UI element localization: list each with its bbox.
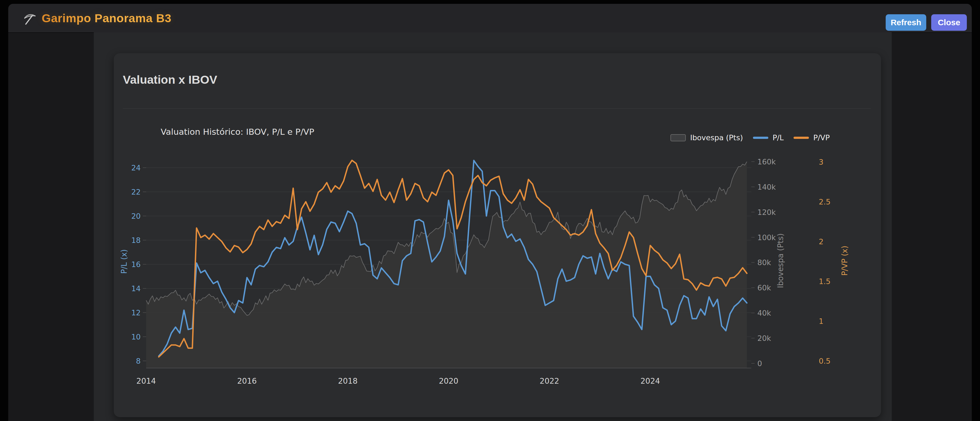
legend-item-pl[interactable]: P/L	[753, 133, 784, 142]
app-title: Garimpo Panorama B3	[42, 4, 171, 32]
legend-label: P/VP	[813, 133, 830, 142]
content-column: Valuation x IBOV Valuation Histórico: IB…	[94, 32, 892, 421]
ibovespa-area-swatch	[670, 134, 686, 141]
chart-legend: Ibovespa (Pts) P/L P/VP	[670, 133, 830, 142]
legend-item-ibovespa[interactable]: Ibovespa (Pts)	[670, 133, 743, 142]
valuation-card: Valuation x IBOV Valuation Histórico: IB…	[114, 53, 881, 417]
pl-line-swatch	[753, 137, 768, 139]
legend-label: P/L	[773, 133, 784, 142]
pvp-line-swatch	[794, 137, 809, 139]
legend-label: Ibovespa (Pts)	[690, 133, 743, 142]
chart-title: Valuation Histórico: IBOV, P/L e P/VP	[161, 127, 314, 137]
pickaxe-icon[interactable]	[22, 11, 37, 26]
card-title: Valuation x IBOV	[123, 73, 217, 86]
close-button[interactable]: Close	[931, 14, 967, 31]
page: Garimpo Panorama B3 Refresh Close Valuat…	[0, 0, 980, 421]
top-bar: Garimpo Panorama B3 Refresh Close	[8, 4, 972, 32]
legend-item-pvp[interactable]: P/VP	[794, 133, 830, 142]
divider	[123, 108, 871, 109]
app-window: Garimpo Panorama B3 Refresh Close Valuat…	[8, 4, 972, 421]
refresh-button[interactable]: Refresh	[886, 14, 926, 31]
